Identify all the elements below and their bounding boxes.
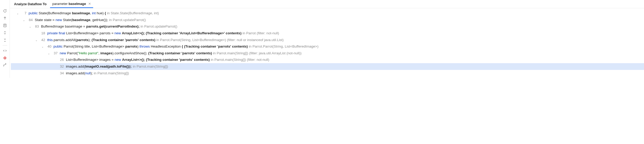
panel-title: Analyze Dataflow To — [13, 2, 47, 6]
code-icon[interactable] — [2, 48, 8, 53]
tree-row[interactable]: ⌄42this.parrots.addAll(parrots); (Tracki… — [11, 37, 644, 43]
line-number: 7 — [20, 10, 26, 17]
sidebar-divider — [3, 45, 7, 45]
tree-row[interactable]: ⌄32images.add(ImageIO.read(path.toFile()… — [11, 63, 644, 70]
code-line: BufferedImage baseImage = parrots.get(cu… — [41, 23, 177, 30]
breakpoint-icon[interactable] — [2, 55, 8, 61]
line-number: 26 — [57, 56, 64, 63]
main-panel: Analyze Dataflow To parameter baseImage … — [10, 0, 644, 78]
tree-row[interactable]: ⌄83BufferedImage baseImage = parrots.get… — [11, 23, 644, 30]
line-number: 18 — [38, 30, 45, 37]
code-line: State state = new State(baseImage, getHu… — [35, 17, 146, 23]
chevron-down-icon[interactable]: ⌄ — [28, 24, 32, 29]
close-icon[interactable]: ✕ — [88, 2, 91, 5]
tree-row[interactable]: ⌄26List<BufferedImage> images = new Arra… — [11, 56, 644, 63]
line-number: 42 — [38, 37, 45, 43]
tool-sidebar — [0, 0, 10, 78]
book-icon[interactable] — [2, 23, 8, 28]
refresh-icon[interactable] — [2, 8, 8, 14]
line-number: 37 — [51, 50, 58, 57]
line-number: 84 — [26, 17, 33, 23]
tab-bar: Analyze Dataflow To parameter baseImage … — [10, 0, 644, 8]
line-number: 40 — [45, 43, 51, 50]
expand-up-down-icon[interactable] — [2, 30, 8, 35]
tree-row[interactable]: ⌄34images.add(null); in Parrot.main(Stri… — [11, 70, 644, 77]
tree-row[interactable]: ⌄7public State(BufferedImage baseImage, … — [11, 10, 644, 17]
code-line: this.parrots.addAll(parrots); (Tracking … — [47, 37, 284, 43]
chevron-down-icon[interactable]: ⌄ — [34, 38, 38, 43]
chevron-down-icon[interactable]: ⌄ — [47, 51, 51, 56]
arrow-up-icon[interactable] — [2, 16, 8, 21]
code-line: images.add(null); in Parrot.main(String[… — [66, 70, 129, 77]
line-number: 34 — [57, 70, 64, 77]
tab-baseimage[interactable]: parameter baseImage ✕ — [50, 0, 93, 8]
tab-label: parameter baseImage — [52, 2, 86, 6]
tree-row[interactable]: ⌄18private final List<BufferedImage> par… — [11, 30, 644, 37]
tree-row[interactable]: ⌄40public Parrot(String title, List<Buff… — [11, 43, 644, 50]
export-icon[interactable] — [2, 63, 8, 68]
code-line: public Parrot(String title, List<Buffere… — [53, 43, 318, 50]
code-line: List<BufferedImage> images = new ArrayLi… — [66, 56, 269, 63]
line-number: 83 — [32, 23, 39, 30]
tree-row[interactable]: ⌄37new Parrot("Hello parrot", images).co… — [11, 50, 644, 57]
code-line: private final List<BufferedImage> parrot… — [47, 30, 279, 37]
code-line: public State(BufferedImage baseImage, in… — [29, 10, 159, 17]
chevron-down-icon[interactable]: ⌄ — [22, 18, 26, 23]
code-line: new Parrot("Hello parrot", images).confi… — [60, 50, 302, 57]
dataflow-tree: ⌄7public State(BufferedImage baseImage, … — [10, 8, 644, 78]
code-line: images.add(ImageIO.read(path.toFile()));… — [66, 63, 168, 70]
tree-row[interactable]: ⌄84State state = new State(baseImage, ge… — [11, 17, 644, 23]
line-number: 32 — [57, 63, 64, 70]
chevron-down-icon[interactable]: ⌄ — [40, 44, 45, 49]
svg-point-2 — [4, 57, 5, 58]
collapse-down-icon[interactable] — [2, 37, 8, 43]
chevron-down-icon[interactable]: ⌄ — [16, 11, 20, 16]
